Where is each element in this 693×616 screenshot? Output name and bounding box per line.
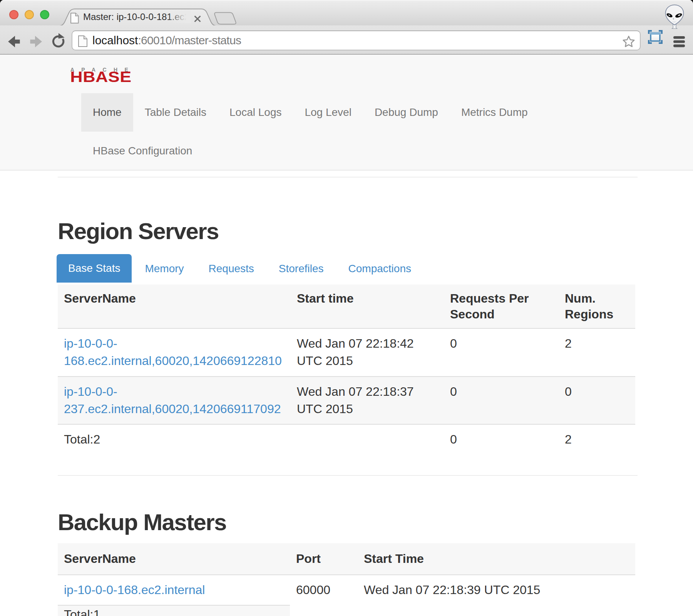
svg-text:HBASE: HBASE bbox=[70, 69, 131, 83]
